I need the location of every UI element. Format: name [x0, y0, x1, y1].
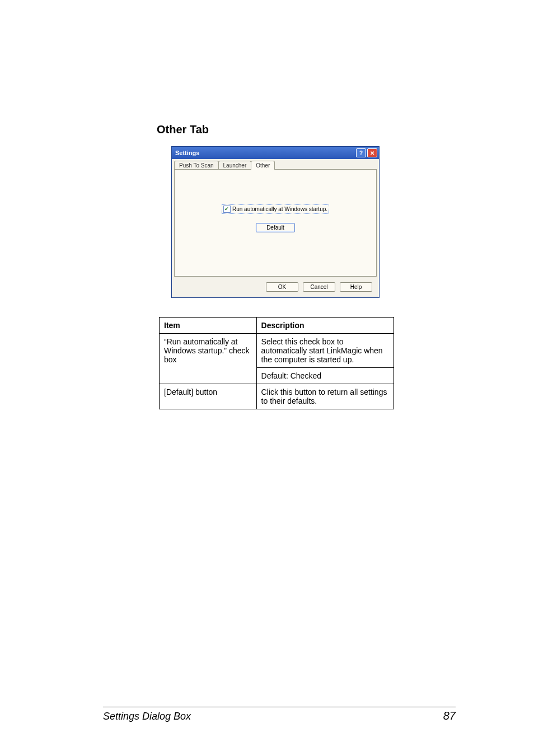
default-button[interactable]: Default	[256, 223, 295, 232]
cell-item: [Default] button	[160, 384, 257, 409]
tab-push-to-scan[interactable]: Push To Scan	[174, 161, 219, 170]
col-item: Item	[160, 318, 257, 334]
description-table: Item Description “Run automatically at W…	[159, 317, 394, 409]
settings-dialog-screenshot: Settings ? ✕ Push To Scan Launcher Other…	[171, 146, 380, 298]
help-icon[interactable]: ?	[356, 148, 366, 157]
tab-strip: Push To Scan Launcher Other	[174, 161, 377, 170]
table-header-row: Item Description	[160, 318, 394, 334]
page-footer: Settings Dialog Box 87	[78, 707, 456, 722]
tab-panel-other: ✔ Run automatically at Windows startup. …	[174, 169, 377, 277]
checkbox-label: Run automatically at Windows startup.	[232, 206, 327, 212]
tab-other[interactable]: Other	[251, 161, 275, 170]
cell-item: “Run automatically at Windows startup.” …	[160, 334, 257, 384]
cell-desc: Select this check box to automatically s…	[256, 334, 394, 368]
run-at-startup-checkbox[interactable]: ✔ Run automatically at Windows startup.	[222, 204, 329, 214]
table-row: “Run automatically at Windows startup.” …	[160, 334, 394, 368]
tab-launcher[interactable]: Launcher	[218, 161, 252, 170]
cell-default: Default: Checked	[256, 368, 394, 384]
page-number: 87	[443, 710, 456, 722]
dialog-button-row: OK Cancel Help	[174, 277, 377, 297]
section-heading: Other Tab	[157, 123, 456, 136]
help-button[interactable]: Help	[340, 282, 372, 292]
ok-button[interactable]: OK	[266, 282, 298, 292]
footer-title: Settings Dialog Box	[103, 711, 191, 722]
cell-desc: Click this button to return all settings…	[256, 384, 394, 409]
close-icon[interactable]: ✕	[367, 148, 377, 157]
col-description: Description	[256, 318, 394, 334]
table-row: [Default] button Click this button to re…	[160, 384, 394, 409]
checkbox-icon: ✔	[223, 206, 231, 213]
footer-rule	[103, 707, 456, 707]
title-bar: Settings ? ✕	[172, 147, 379, 159]
cancel-button[interactable]: Cancel	[303, 282, 335, 292]
dialog-title: Settings	[174, 150, 199, 156]
